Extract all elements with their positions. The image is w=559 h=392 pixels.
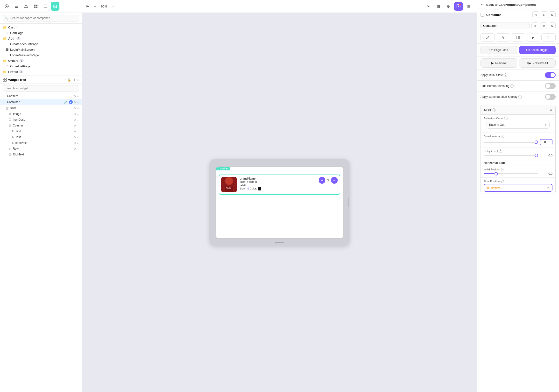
plus-circle-icon-btn[interactable]: ⊕ [541, 11, 547, 18]
edit-icon[interactable]: ✏ [547, 186, 550, 190]
toolbar-icon-3[interactable] [31, 2, 40, 11]
preview-all-btn[interactable]: ≡▶ Preview All [519, 58, 556, 68]
icon-btn-3[interactable]: ⚙ [549, 22, 556, 29]
info-icon-duration[interactable]: i [518, 95, 522, 99]
widget-menu-btn[interactable]: ⌄ [77, 101, 79, 104]
duration-slider-track[interactable] [484, 142, 538, 143]
lock-icon[interactable]: 🔒 [67, 78, 71, 82]
toolbar-icon-2[interactable] [22, 2, 30, 11]
back-button[interactable]: ← [481, 2, 484, 7]
grid-btn[interactable]: ⊞ [464, 2, 473, 11]
play-icon-btn[interactable]: ▶ [526, 34, 540, 42]
nav-folder-orders[interactable]: 📁 Orders 1 [0, 58, 82, 64]
add-widget-btn[interactable]: ⊕ [74, 107, 76, 110]
widget-menu-btn[interactable]: ⌄ [77, 153, 79, 156]
tab-on-page-load[interactable]: On Page Load [481, 46, 517, 54]
widget-menu-btn[interactable]: ⌄ [77, 118, 79, 121]
info-icon-initial-state[interactable]: i [504, 73, 507, 77]
delay-slider-thumb[interactable] [535, 154, 538, 157]
qty-plus-btn[interactable]: + [319, 177, 326, 184]
animation-curve-dropdown[interactable]: Ease In Out ∨ [486, 121, 550, 129]
toggle-hide-before[interactable] [545, 83, 556, 89]
widget-menu-btn[interactable]: ⌄ [77, 107, 79, 110]
final-position-input[interactable]: % offsetX ✏ [484, 184, 552, 192]
add-widget-btn[interactable]: ⊕ [74, 124, 76, 127]
add-widget-btn[interactable]: ⊕ [74, 118, 76, 121]
nav-item-loginmain[interactable]: ☰ LoginMainScreen [0, 47, 82, 52]
widget-item-text1[interactable]: Tᵣ Text ⊕⌄ [0, 128, 82, 134]
qty-minus-btn[interactable]: − [331, 177, 338, 184]
nav-item-orderlist[interactable]: ☰ OrderListPage [0, 64, 82, 69]
widget-item-itemdesc[interactable]: ☐ ItemDesc ⊕⌄ [0, 117, 82, 123]
initial-pos-slider-track[interactable] [484, 173, 538, 174]
info-icon[interactable]: ℹ [65, 78, 66, 82]
tab-on-action-trigger[interactable]: On Action Trigger [519, 46, 556, 54]
widget-item-container[interactable]: ☐ Container 🔗 ▶ ⊕ ⌄ [0, 99, 82, 105]
info-icon-final-pos[interactable]: ⊙ [501, 180, 504, 183]
active-tool-btn[interactable] [454, 2, 463, 11]
initial-pos-slider-thumb[interactable] [494, 172, 498, 175]
info-icon-duration-field[interactable]: ⊙ [501, 135, 504, 138]
dots-menu-icon[interactable]: ⋮ [544, 107, 548, 112]
upload-icon[interactable]: ⬆ [73, 78, 76, 82]
toggle-same-duration[interactable] [545, 94, 556, 100]
preview-btn[interactable]: ▶ Preview [481, 58, 517, 68]
widget-menu-btn[interactable]: ⌄ [77, 130, 79, 133]
nav-item-createaccount[interactable]: ☰ CreateAccountPage [0, 41, 82, 47]
toolbar-icon-0[interactable] [2, 2, 11, 11]
layout-btn[interactable]: ⊞ [434, 2, 443, 11]
toolbar-icon-5-add[interactable] [51, 2, 59, 11]
layout-icon-btn[interactable] [511, 33, 525, 42]
widget-menu-btn[interactable]: ⌄ [77, 112, 79, 116]
pages-search-input[interactable] [3, 15, 79, 21]
widget-item-column[interactable]: ▤ Column ⊕⌄ [0, 123, 82, 128]
info-icon-curve[interactable]: i [504, 117, 508, 120]
widget-item-image[interactable]: 🖼 Image ⊕⌄ [0, 111, 82, 117]
duration-value[interactable]: 0.0 [540, 139, 552, 145]
widget-item-row1[interactable]: ▥ Row ⊕⌄ [0, 105, 82, 111]
icon-btn-2[interactable]: ⊕ [540, 22, 547, 29]
add-widget-btn[interactable]: ⊕ [74, 136, 76, 139]
widget-menu-btn[interactable]: ⌄ [77, 124, 79, 127]
zoom-in-btn[interactable]: + [110, 3, 116, 10]
toolbar-icon-4[interactable] [41, 2, 50, 11]
toolbar-icon-1[interactable] [12, 2, 21, 11]
nav-item-loginpassword[interactable]: ☰ LoginPasswordPage [0, 52, 82, 58]
widget-item-richtext[interactable]: ▤ RichText ⌄ [0, 152, 82, 157]
toggle-initial-state[interactable] [545, 72, 556, 78]
info-icon-initial-pos[interactable]: ⊙ [501, 168, 504, 171]
widget-menu-btn[interactable]: ⌄ [77, 136, 79, 139]
widget-item-row2[interactable]: ▥ Row ⊕⌄ [0, 146, 82, 152]
duration-slider-thumb[interactable] [535, 140, 538, 144]
nav-folder-cart[interactable]: 📁 Cart ℹ [0, 25, 82, 30]
diamond-icon-btn[interactable]: ◇ [532, 11, 539, 18]
component-name-input[interactable] [481, 22, 530, 29]
zoom-out-btn[interactable]: − [92, 3, 99, 10]
add-widget-btn[interactable]: ⊕ [74, 112, 76, 116]
nav-folder-auth[interactable]: 📁 Auth 3 [0, 36, 82, 41]
info-icon-hide[interactable]: i [510, 84, 513, 88]
info-icon-slide[interactable]: i [493, 108, 496, 111]
settings-btn[interactable]: ⚙ [444, 2, 453, 11]
nav-item-cartpage[interactable]: ☰ CartPage [0, 30, 82, 36]
info-icon-delay[interactable]: ⊙ [499, 149, 502, 153]
add-widget-btn[interactable]: ⊕ [74, 101, 76, 104]
settings-icon-btn[interactable]: ⚙ [549, 11, 556, 18]
widget-menu-btn[interactable]: ⌄ [77, 141, 79, 145]
component-checkbox[interactable] [481, 13, 484, 17]
list-icon[interactable]: ≡ [77, 78, 79, 82]
pointer-icon-btn[interactable] [496, 33, 510, 42]
chevron-up-icon[interactable]: ∧ [550, 107, 552, 112]
add-widget-btn[interactable]: ⊕ [74, 147, 76, 150]
widget-item-itemprice[interactable]: Tᵣ itemPrice ⊕⌄ [0, 140, 82, 146]
add-widget-btn[interactable]: ⊕ [74, 141, 76, 145]
sun-btn[interactable]: ☀ [424, 2, 432, 11]
nav-folder-profile[interactable]: 📁 Profile 3 [0, 69, 82, 75]
widget-menu-btn[interactable]: ⌄ [77, 95, 79, 98]
widget-search-input[interactable] [3, 85, 79, 91]
first-frame-btn[interactable]: ⏮ [86, 4, 90, 9]
widget-item-text2[interactable]: Tᵣ Text ⊕⌄ [0, 134, 82, 140]
widget-item-cartitem[interactable]: ☐ CartItem ⊕ ⌄ [0, 93, 82, 99]
play-btn[interactable]: ▶ [69, 100, 73, 104]
add-widget-btn[interactable]: ⊕ [74, 95, 76, 98]
